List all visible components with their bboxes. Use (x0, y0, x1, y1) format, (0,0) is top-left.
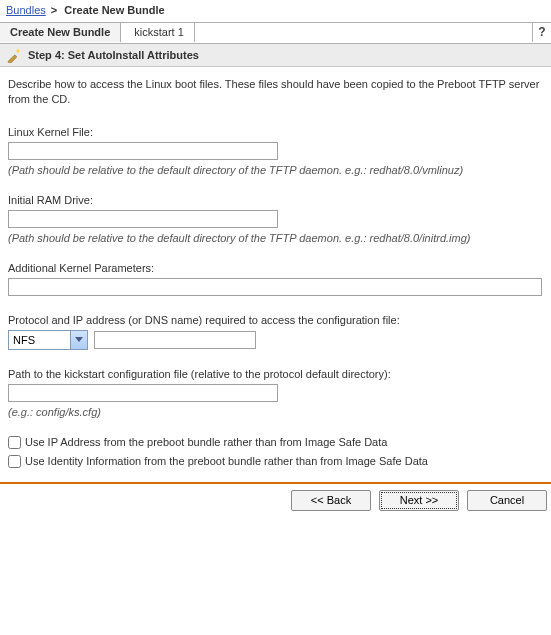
use-identity-checkline[interactable]: Use Identity Information from the preboo… (8, 455, 543, 468)
step-header: Step 4: Set AutoInstall Attributes (0, 44, 551, 67)
initrd-label: Initial RAM Drive: (8, 194, 543, 206)
breadcrumb: Bundles > Create New Bundle (0, 0, 551, 22)
kernel-file-input[interactable] (8, 142, 278, 160)
use-ip-checkline[interactable]: Use IP Address from the preboot bundle r… (8, 436, 543, 449)
ks-path-input[interactable] (8, 384, 278, 402)
kernel-params-input[interactable] (8, 278, 542, 296)
step-title: Step 4: Set AutoInstall Attributes (28, 49, 199, 61)
use-ip-checkbox[interactable] (8, 436, 21, 449)
breadcrumb-separator: > (49, 4, 61, 16)
tab-kickstart-1[interactable]: kickstart 1 (124, 23, 195, 42)
tab-row: Create New Bundle kickstart 1 ? (0, 22, 551, 44)
cancel-button[interactable]: Cancel (467, 490, 547, 511)
use-identity-label: Use Identity Information from the preboo… (25, 455, 428, 467)
initrd-input[interactable] (8, 210, 278, 228)
protocol-label: Protocol and IP address (or DNS name) re… (8, 314, 543, 326)
breadcrumb-current: Create New Bundle (64, 4, 164, 16)
use-identity-checkbox[interactable] (8, 455, 21, 468)
next-button[interactable]: Next >> (379, 490, 459, 511)
kernel-file-label: Linux Kernel File: (8, 126, 543, 138)
kernel-file-hint: (Path should be relative to the default … (8, 164, 543, 176)
protocol-address-input[interactable] (94, 331, 256, 349)
use-ip-label: Use IP Address from the preboot bundle r… (25, 436, 387, 448)
protocol-select[interactable]: NFS (8, 330, 88, 350)
svg-point-1 (17, 50, 19, 52)
kernel-params-label: Additional Kernel Parameters: (8, 262, 543, 274)
svg-rect-0 (8, 55, 17, 63)
ks-path-hint: (e.g.: config/ks.cfg) (8, 406, 543, 418)
breadcrumb-root-link[interactable]: Bundles (6, 4, 46, 16)
intro-text: Describe how to access the Linux boot fi… (8, 77, 543, 108)
wand-icon (6, 47, 22, 63)
tab-create-new-bundle[interactable]: Create New Bundle (0, 23, 121, 42)
wizard-button-row: << Back Next >> Cancel (0, 484, 551, 517)
ks-path-label: Path to the kickstart configuration file… (8, 368, 543, 380)
back-button[interactable]: << Back (291, 490, 371, 511)
help-button[interactable]: ? (532, 23, 551, 42)
initrd-hint: (Path should be relative to the default … (8, 232, 543, 244)
